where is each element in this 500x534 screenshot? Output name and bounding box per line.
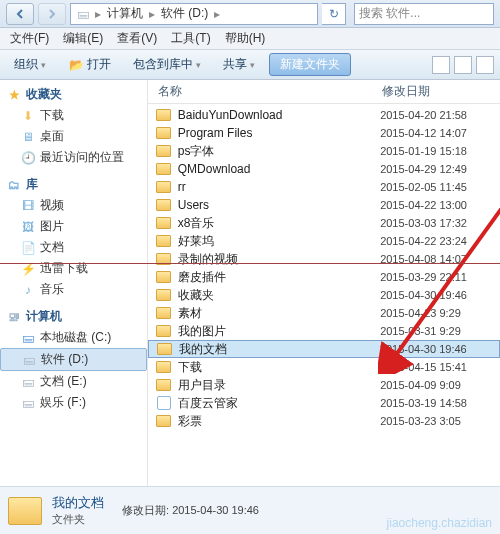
- file-row[interactable]: 我的图片2015-03-31 9:29: [148, 322, 500, 340]
- file-date: 2015-01-19 15:18: [380, 145, 500, 157]
- file-date: 2015-04-22 23:24: [380, 235, 500, 247]
- search-input[interactable]: 搜索 软件...: [354, 3, 494, 25]
- sidebar-libraries-header[interactable]: 🗂库: [0, 174, 147, 195]
- library-icon: 🗂: [6, 177, 22, 193]
- address-bar[interactable]: 🖴 ▸ 计算机 ▸ 软件 (D:) ▸: [70, 3, 318, 25]
- folder-icon: [156, 252, 172, 266]
- details-pane: 我的文档 文件夹 修改日期: 2015-04-30 19:46: [0, 486, 500, 534]
- sidebar-item[interactable]: ⬇下载: [0, 105, 147, 126]
- sidebar-item-selected[interactable]: 🖴软件 (D:): [0, 348, 147, 371]
- detail-modified-label: 修改日期:: [122, 504, 169, 516]
- drive-icon: 🖴: [21, 352, 37, 368]
- open-button[interactable]: 📂打开: [60, 54, 119, 75]
- file-row[interactable]: BaiduYunDownload2015-04-20 21:58: [148, 106, 500, 124]
- sidebar-computer-header[interactable]: 🖳计算机: [0, 306, 147, 327]
- drive-icon: 🖴: [20, 330, 36, 346]
- folder-icon: [156, 324, 172, 338]
- file-date: 2015-03-29 22:11: [380, 271, 500, 283]
- detail-type: 文件夹: [52, 512, 104, 527]
- sidebar-favorites-header[interactable]: ★收藏夹: [0, 84, 147, 105]
- file-date: 2015-02-05 11:45: [380, 181, 500, 193]
- file-row[interactable]: 素材2015-04-23 9:29: [148, 304, 500, 322]
- sidebar-item[interactable]: 🖼图片: [0, 216, 147, 237]
- menu-view[interactable]: 查看(V): [111, 30, 163, 47]
- file-row[interactable]: 百度云管家2015-03-19 14:58: [148, 394, 500, 412]
- recent-icon: 🕘: [20, 150, 36, 166]
- folder-icon: [156, 126, 172, 140]
- sidebar-item[interactable]: 🎞视频: [0, 195, 147, 216]
- document-icon: 📄: [20, 240, 36, 256]
- file-name: x8音乐: [178, 215, 380, 232]
- include-button[interactable]: 包含到库中 ▾: [125, 54, 209, 75]
- breadcrumb-item[interactable]: 计算机: [105, 5, 145, 22]
- nav-back-button[interactable]: [6, 3, 34, 25]
- file-row[interactable]: ps字体2015-01-19 15:18: [148, 142, 500, 160]
- file-date: 2015-03-31 9:29: [380, 325, 500, 337]
- menu-help[interactable]: 帮助(H): [219, 30, 272, 47]
- chevron-right-icon: ▸: [214, 7, 220, 21]
- menu-tools[interactable]: 工具(T): [165, 30, 216, 47]
- file-row[interactable]: 彩票2015-03-23 3:05: [148, 412, 500, 430]
- file-row[interactable]: 好莱坞2015-04-22 23:24: [148, 232, 500, 250]
- titlebar: 🖴 ▸ 计算机 ▸ 软件 (D:) ▸ ↻ 搜索 软件...: [0, 0, 500, 28]
- folder-icon: [156, 288, 172, 302]
- toolbar: 组织 ▾ 📂打开 包含到库中 ▾ 共享 ▾ 新建文件夹: [0, 50, 500, 80]
- sidebar-item[interactable]: ⚡迅雷下载: [0, 258, 147, 279]
- column-headers: 名称 修改日期: [148, 80, 500, 104]
- file-name: 我的文档: [179, 341, 380, 358]
- menu-file[interactable]: 文件(F): [4, 30, 55, 47]
- menu-edit[interactable]: 编辑(E): [57, 30, 109, 47]
- detail-modified-value: 2015-04-30 19:46: [172, 504, 259, 516]
- file-row[interactable]: rr2015-02-05 11:45: [148, 178, 500, 196]
- column-name[interactable]: 名称: [148, 83, 378, 100]
- sidebar-item[interactable]: 🖴娱乐 (F:): [0, 392, 147, 413]
- file-name: BaiduYunDownload: [178, 108, 380, 122]
- music-icon: ♪: [20, 282, 36, 298]
- file-date: 2015-04-30 19:46: [380, 289, 500, 301]
- file-row[interactable]: 用户目录2015-04-09 9:09: [148, 376, 500, 394]
- breadcrumb-item[interactable]: 软件 (D:): [159, 5, 210, 22]
- help-icon[interactable]: [476, 56, 494, 74]
- app-icon: [156, 396, 172, 410]
- file-date: 2015-03-03 17:32: [380, 217, 500, 229]
- file-row[interactable]: 磨皮插件2015-03-29 22:11: [148, 268, 500, 286]
- column-date[interactable]: 修改日期: [378, 83, 498, 100]
- picture-icon: 🖼: [20, 219, 36, 235]
- file-row[interactable]: x8音乐2015-03-03 17:32: [148, 214, 500, 232]
- desktop-icon: 🖥: [20, 129, 36, 145]
- sidebar-item[interactable]: 📄文档: [0, 237, 147, 258]
- folder-icon: [156, 216, 172, 230]
- file-date: 2015-04-20 21:58: [380, 109, 500, 121]
- folder-icon: [156, 234, 172, 248]
- view-icon[interactable]: [432, 56, 450, 74]
- file-row[interactable]: 收藏夹2015-04-30 19:46: [148, 286, 500, 304]
- sidebar-item[interactable]: 🖥桌面: [0, 126, 147, 147]
- file-row[interactable]: Users2015-04-22 13:00: [148, 196, 500, 214]
- nav-forward-button[interactable]: [38, 3, 66, 25]
- file-name: 彩票: [178, 413, 380, 430]
- file-name: 收藏夹: [178, 287, 380, 304]
- file-date: 2015-04-08 14:07: [380, 253, 500, 265]
- folder-icon: [156, 180, 172, 194]
- file-name: 我的图片: [178, 323, 380, 340]
- download-icon: ⬇: [20, 108, 36, 124]
- file-row[interactable]: QMDownload2015-04-29 12:49: [148, 160, 500, 178]
- organize-button[interactable]: 组织 ▾: [6, 54, 54, 75]
- sidebar-item[interactable]: 🖴本地磁盘 (C:): [0, 327, 147, 348]
- refresh-button[interactable]: ↻: [322, 3, 346, 25]
- file-row[interactable]: 下载2015-04-15 15:41: [148, 358, 500, 376]
- file-row[interactable]: Program Files2015-04-12 14:07: [148, 124, 500, 142]
- file-date: 2015-04-12 14:07: [380, 127, 500, 139]
- file-row[interactable]: 录制的视频2015-04-08 14:07: [148, 250, 500, 268]
- file-row-selected[interactable]: 我的文档2015-04-30 19:46: [148, 340, 500, 358]
- file-list[interactable]: BaiduYunDownload2015-04-20 21:58Program …: [148, 104, 500, 486]
- share-button[interactable]: 共享 ▾: [215, 54, 263, 75]
- file-name: Users: [178, 198, 380, 212]
- sidebar-item[interactable]: ♪音乐: [0, 279, 147, 300]
- file-name: 录制的视频: [178, 251, 380, 268]
- file-date: 2015-04-23 9:29: [380, 307, 500, 319]
- sidebar-item[interactable]: 🕘最近访问的位置: [0, 147, 147, 168]
- preview-icon[interactable]: [454, 56, 472, 74]
- new-folder-button[interactable]: 新建文件夹: [269, 53, 351, 76]
- sidebar-item[interactable]: 🖴文档 (E:): [0, 371, 147, 392]
